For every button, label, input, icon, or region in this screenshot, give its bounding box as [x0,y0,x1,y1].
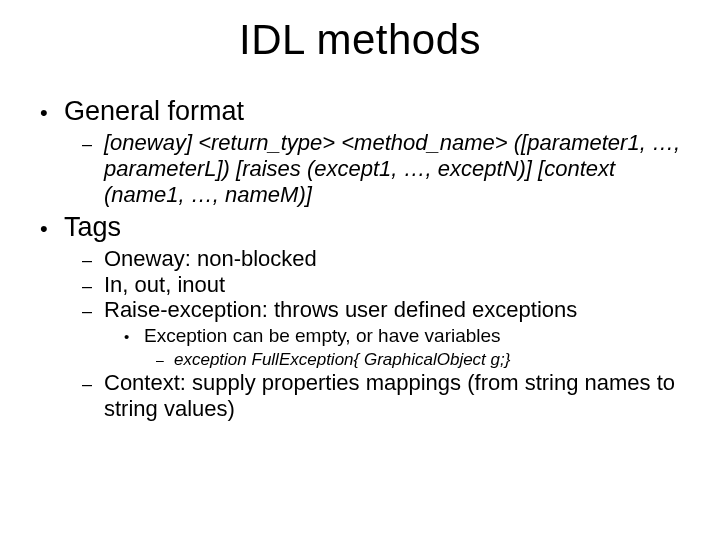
general-format-syntax: – [oneway] <return_type> <method_name> (… [82,130,688,208]
tag-oneway-text: Oneway: non-blocked [104,246,317,272]
tags-sublist: – Oneway: non-blocked – In, out, inout –… [40,246,688,422]
tag-oneway: – Oneway: non-blocked [82,246,688,272]
tag-raise-text: Raise-exception: throws user defined exc… [104,297,577,323]
dash-icon: – [82,301,104,322]
raise-exception-sublist: • Exception can be empty, or have variab… [82,325,688,369]
tag-context: – Context: supply properties mappings (f… [82,370,688,422]
heading-tags: Tags [64,212,121,244]
slide-title: IDL methods [32,16,688,64]
syntax-text: [oneway] <return_type> <method_name> ([p… [104,130,688,208]
exception-note-text: Exception can be empty, or have variable… [144,325,501,347]
tag-inout-text: In, out, inout [104,272,225,298]
exception-example-list: – exception FullException{ GraphicalObje… [124,350,688,370]
dash-icon: – [82,250,104,271]
slide: IDL methods • General format – [oneway] … [0,0,720,540]
exception-example: – exception FullException{ GraphicalObje… [156,350,688,370]
content-list: • General format – [oneway] <return_type… [32,96,688,422]
exception-example-text: exception FullException{ GraphicalObject… [174,350,510,370]
section-tags: • Tags – Oneway: non-blocked – In, out, … [40,212,688,422]
section-general-format: • General format – [oneway] <return_type… [40,96,688,208]
tag-context-text: Context: supply properties mappings (fro… [104,370,688,422]
dash-icon: – [82,374,104,395]
bullet-icon: • [40,218,64,240]
dash-icon: – [82,134,104,155]
tag-inout: – In, out, inout [82,272,688,298]
heading-general-format: General format [64,96,244,128]
general-format-sublist: – [oneway] <return_type> <method_name> (… [40,130,688,208]
dash-icon: – [82,276,104,297]
bullet-icon: • [40,102,64,124]
dash-icon: – [156,352,174,368]
exception-note: • Exception can be empty, or have variab… [124,325,688,369]
tag-raise-exception: – Raise-exception: throws user defined e… [82,297,688,369]
bullet-icon: • [124,329,144,344]
